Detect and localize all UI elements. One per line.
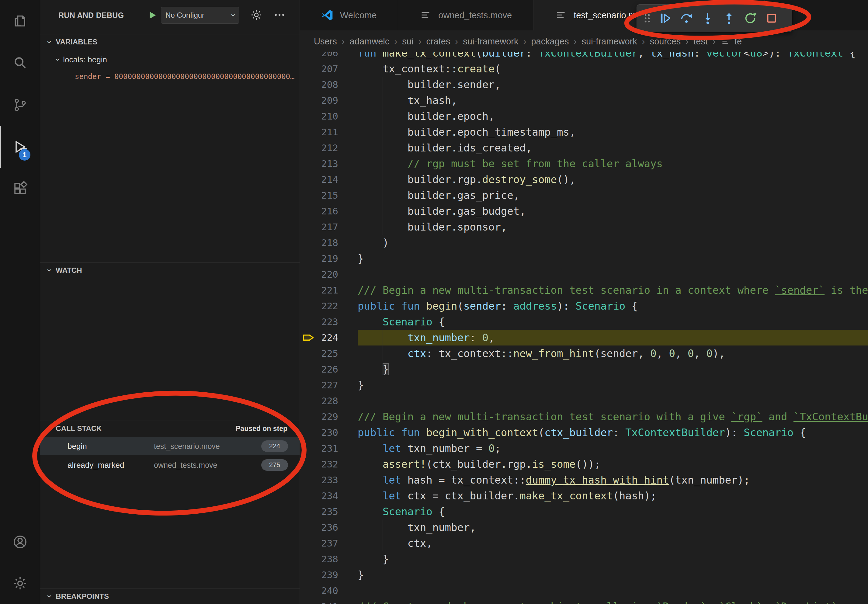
line-number[interactable]: 209 (300, 93, 338, 108)
line-number[interactable]: 217 (300, 219, 338, 235)
code-line[interactable]: 235 Scenario { (300, 503, 868, 519)
breadcrumb-item[interactable]: sources (650, 37, 681, 46)
step-into-icon[interactable] (697, 8, 718, 29)
activity-bar-item-run-and-debug[interactable]: 1 (0, 126, 40, 168)
line-number[interactable]: 208 (300, 77, 338, 93)
line-number[interactable]: 226 (300, 361, 338, 377)
breadcrumb-item[interactable]: test (693, 37, 708, 46)
breadcrumb-item[interactable]: adamwelc (350, 37, 390, 46)
line-number[interactable]: 224 (300, 330, 338, 345)
stop-icon[interactable] (761, 8, 782, 29)
tab-Welcome[interactable]: Welcome (300, 0, 398, 30)
code-line[interactable]: 220 (300, 266, 868, 282)
line-number[interactable]: 215 (300, 187, 338, 203)
line-number[interactable]: 213 (300, 156, 338, 172)
code-line[interactable]: 227} (300, 377, 868, 393)
code-line[interactable]: 240 (300, 583, 868, 599)
debug-settings-gear-button[interactable] (250, 9, 264, 23)
variable-row-sender[interactable]: sender = 0000000000000000000000000000000… (75, 69, 297, 85)
breadcrumb-item[interactable]: sui-framework (582, 37, 637, 46)
line-number[interactable]: 207 (300, 61, 338, 77)
activity-bar-item-settings-gear[interactable] (0, 563, 40, 604)
step-out-icon[interactable] (718, 8, 740, 29)
line-number[interactable]: 220 (300, 266, 338, 282)
code-line[interactable]: 238 } (300, 551, 868, 567)
code-line[interactable]: 222public fun begin(sender: address): Sc… (300, 298, 868, 314)
code-line[interactable]: 210 builder.epoch, (300, 108, 868, 124)
line-number[interactable]: 239 (300, 567, 338, 583)
line-number[interactable]: 219 (300, 251, 338, 266)
watch-section-header[interactable]: › WATCH (40, 262, 299, 278)
code-line[interactable]: 241/// Creates and shares system objects… (300, 599, 868, 604)
activity-bar-item-extensions[interactable] (0, 168, 40, 210)
line-number[interactable]: 214 (300, 172, 338, 187)
step-over-icon[interactable] (676, 8, 697, 29)
variables-section-header[interactable]: › VARIABLES (40, 34, 299, 50)
continue-icon[interactable] (654, 8, 676, 29)
code-line[interactable]: 219} (300, 251, 868, 266)
code-line[interactable]: 216 builder.gas_budget, (300, 203, 868, 219)
breadcrumb-item[interactable]: sui (402, 37, 413, 46)
code-line[interactable]: 229/// Begin a new multi-transaction tes… (300, 409, 868, 424)
variables-scope-row[interactable]: › locals: begin (40, 52, 299, 68)
line-number[interactable]: 238 (300, 551, 338, 567)
code-line[interactable]: 212 builder.ids_created, (300, 140, 868, 156)
code-line[interactable]: 225 ctx: tx_context::new_from_hint(sende… (300, 345, 868, 361)
code-line[interactable]: 208 builder.sender, (300, 77, 868, 93)
line-number[interactable]: 237 (300, 535, 338, 551)
line-number[interactable]: 229 (300, 409, 338, 424)
call-stack-frame-begin[interactable]: begintest_scenario.move224 (40, 437, 299, 455)
more-actions-button[interactable] (273, 9, 287, 23)
breadcrumb-item[interactable]: Users (314, 37, 337, 46)
code-editor[interactable]: 206fun make_tx_context(builder: TxContex… (300, 30, 868, 604)
debug-configuration-dropdown[interactable]: No Configur › (161, 7, 239, 24)
line-number[interactable]: 221 (300, 282, 338, 298)
breakpoints-section-header[interactable]: › BREAKPOINTS (40, 589, 299, 604)
code-line[interactable]: 230public fun begin_with_context(ctx_bui… (300, 424, 868, 440)
call-stack-frame-already_marked[interactable]: already_markedowned_tests.move275 (40, 456, 299, 474)
call-stack-section-header[interactable]: › CALL STACK Paused on step (40, 421, 299, 436)
activity-bar-item-source-control[interactable] (0, 84, 40, 126)
code-line[interactable]: 237 ctx, (300, 535, 868, 551)
code-line[interactable]: 224 txn_number: 0, (300, 330, 868, 345)
breadcrumb-item[interactable]: sui-framework (463, 37, 518, 46)
line-number[interactable]: 223 (300, 314, 338, 330)
line-number[interactable]: 212 (300, 140, 338, 156)
code-line[interactable]: 233 let hash = tx_context::dummy_tx_hash… (300, 472, 868, 488)
code-line[interactable]: 226 } (300, 361, 868, 377)
gripper-icon[interactable] (640, 8, 654, 29)
code-line[interactable]: 232 assert!(ctx_builder.rgp.is_some()); (300, 456, 868, 472)
code-line[interactable]: 239} (300, 567, 868, 583)
line-number[interactable]: 211 (300, 124, 338, 140)
code-line[interactable]: 234 let ctx = ctx_builder.make_tx_contex… (300, 488, 868, 503)
line-number[interactable]: 235 (300, 503, 338, 519)
line-number[interactable]: 216 (300, 203, 338, 219)
line-number[interactable]: 236 (300, 519, 338, 535)
code-line[interactable]: 236 txn_number, (300, 519, 868, 535)
breadcrumb-item[interactable]: packages (531, 37, 569, 46)
line-number[interactable]: 225 (300, 345, 338, 361)
breadcrumb-item-file[interactable]: te (735, 37, 742, 46)
code-line[interactable]: 231 let txn_number = 0; (300, 440, 868, 456)
restart-icon[interactable] (740, 8, 761, 29)
code-line[interactable]: 213 // rgp must be set from the caller a… (300, 156, 868, 172)
line-number[interactable]: 231 (300, 440, 338, 456)
line-number[interactable]: 232 (300, 456, 338, 472)
activity-bar-item-files[interactable] (0, 0, 40, 42)
start-debugging-button[interactable] (147, 10, 158, 20)
line-number[interactable]: 222 (300, 298, 338, 314)
code-line[interactable]: 215 builder.gas_price, (300, 187, 868, 203)
line-number[interactable]: 240 (300, 583, 338, 599)
breadcrumb-item[interactable]: crates (426, 37, 450, 46)
code-line[interactable]: 218 ) (300, 235, 868, 251)
line-number[interactable]: 210 (300, 108, 338, 124)
line-number[interactable]: 234 (300, 488, 338, 503)
activity-bar-item-search[interactable] (0, 42, 40, 84)
activity-bar-item-account[interactable] (0, 521, 40, 563)
tab-owned_tests-move[interactable]: owned_tests.move (398, 0, 533, 30)
code-line[interactable]: 209 tx_hash, (300, 93, 868, 108)
line-number[interactable]: 218 (300, 235, 338, 251)
line-number[interactable]: 227 (300, 377, 338, 393)
line-number[interactable]: 228 (300, 393, 338, 409)
code-line[interactable]: 228 (300, 393, 868, 409)
